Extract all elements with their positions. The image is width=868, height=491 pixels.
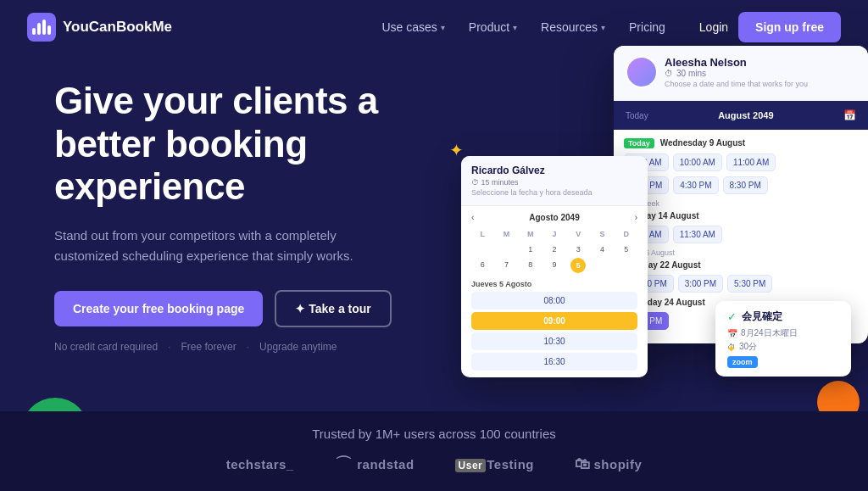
time-slot[interactable]: 11:30 AM bbox=[673, 226, 722, 243]
nav-resources[interactable]: Resources ▾ bbox=[531, 14, 615, 41]
wed-slots-row-1: 9:00 AM 10:00 AM 11:00 AM bbox=[624, 153, 858, 171]
cal-day bbox=[471, 243, 493, 256]
popup-notification: ✓ 会見確定 📅 8月24日木曜日 ⏱ 30分 zoom bbox=[715, 301, 851, 377]
nav-login[interactable]: Login bbox=[689, 14, 738, 41]
monday-label: Monday 14 August bbox=[624, 211, 858, 220]
deco-star-right: ✦ bbox=[726, 342, 737, 355]
time-slot[interactable]: 3:00 PM bbox=[678, 275, 723, 293]
choose-text: Choose a date and time that works for yo… bbox=[665, 80, 808, 88]
next-week-label: Next week bbox=[624, 199, 858, 208]
logo-bar-3 bbox=[42, 20, 46, 35]
cal-header: L bbox=[471, 227, 493, 241]
page-wrapper: ✦ ✦ YouCanBookMe Use cases ▾ Product ▾ bbox=[0, 0, 868, 491]
booking-card-header: Today August 2049 📅 bbox=[614, 101, 868, 130]
booking-card-main: Aleesha Nelson ⏱ 30 mins Choose a date a… bbox=[614, 46, 868, 343]
small-person-name: Ricardo Gálvez bbox=[471, 165, 637, 176]
popup-platform: zoom bbox=[727, 356, 839, 368]
time-slot[interactable]: 4:30 PM bbox=[673, 176, 718, 194]
small-time-slot-selected[interactable]: 09:00 bbox=[471, 312, 637, 330]
small-card-header: Ricardo Gálvez ⏱ 15 minutes Seleccione l… bbox=[461, 156, 648, 206]
cal-header: M bbox=[495, 227, 517, 241]
today-label: Today bbox=[626, 111, 648, 120]
tue-slots-row: 12:00 PM 3:00 PM 5:30 PM bbox=[624, 275, 858, 293]
usertesting-logo: UserTesting bbox=[455, 457, 534, 472]
small-time-slot[interactable]: 16:30 bbox=[471, 353, 637, 371]
logo-icon bbox=[27, 13, 56, 42]
logo-bar-1 bbox=[32, 28, 36, 35]
small-time-slot[interactable]: 08:00 bbox=[471, 292, 637, 310]
chevron-down-icon: ▾ bbox=[441, 23, 445, 32]
popup-detail: 📅 8月24日木曜日 bbox=[727, 327, 839, 339]
time-slot[interactable]: 10:00 AM bbox=[673, 153, 722, 171]
cal-header: J bbox=[543, 227, 565, 241]
techstars-logo: techstars_ bbox=[226, 457, 294, 471]
cta-primary-button[interactable]: Create your free booking page bbox=[54, 291, 263, 326]
next-month-button[interactable]: › bbox=[635, 213, 637, 222]
cal-day-selected[interactable]: 5 bbox=[570, 258, 586, 273]
time-slot[interactable]: 11:00 AM bbox=[726, 153, 776, 171]
small-month-nav: ‹ Agosto 2049 › bbox=[471, 213, 637, 222]
nav-product[interactable]: Product ▾ bbox=[459, 14, 527, 41]
selected-day-label: Jueves 5 Agosto bbox=[471, 280, 637, 288]
small-subtitle: Seleccione la fecha y hora deseada bbox=[471, 188, 637, 197]
hero-left: Give your clients a better booking exper… bbox=[54, 71, 444, 353]
cal-header: D bbox=[615, 227, 637, 241]
cal-day bbox=[495, 243, 517, 256]
booking-person-name: Aleesha Nelson bbox=[665, 56, 808, 69]
deco-star-left: ✦ bbox=[449, 140, 464, 160]
cal-day[interactable]: 1 bbox=[520, 243, 542, 256]
cal-day[interactable]: 5 bbox=[615, 243, 637, 256]
mon-slots-row: 9:00 AM 11:30 AM bbox=[624, 226, 858, 243]
zoom-badge: zoom bbox=[727, 356, 758, 368]
booking-month: August 2049 bbox=[718, 110, 773, 120]
popup-time: ⏱ 30分 bbox=[727, 341, 839, 353]
cta-tour-button[interactable]: ✦ Take a tour bbox=[275, 290, 392, 327]
brand-name: YouCanBookMe bbox=[63, 19, 172, 36]
booking-avatar bbox=[626, 56, 658, 88]
shopify-logo: 🛍 shopify bbox=[575, 455, 642, 473]
hero-footnote: No credit card required · Free forever ·… bbox=[54, 341, 444, 353]
cal-day[interactable]: 2 bbox=[543, 243, 565, 256]
logo[interactable]: YouCanBookMe bbox=[27, 13, 172, 42]
nav-use-cases[interactable]: Use cases ▾ bbox=[372, 14, 455, 41]
small-calendar-grid: L M M J V S D 1 2 3 4 bbox=[471, 227, 637, 273]
cal-day[interactable]: 9 bbox=[543, 258, 565, 273]
booking-duration: ⏱ 30 mins bbox=[665, 69, 808, 78]
mockup-container: Aleesha Nelson ⏱ 30 mins Choose a date a… bbox=[461, 46, 868, 419]
booking-card-small: Ricardo Gálvez ⏱ 15 minutes Seleccione l… bbox=[461, 156, 648, 377]
cal-day[interactable]: 8 bbox=[520, 258, 542, 273]
time-slot[interactable]: 5:30 PM bbox=[727, 275, 772, 293]
randstad-logo: ⌒ randstad bbox=[335, 453, 415, 476]
cal-header: V bbox=[567, 227, 589, 241]
small-month-label: Agosto 2049 bbox=[529, 213, 579, 222]
navbar: YouCanBookMe Use cases ▾ Product ▾ Resou… bbox=[0, 0, 868, 54]
time-slot[interactable]: 8:30 PM bbox=[723, 176, 768, 194]
trust-logos: techstars_ ⌒ randstad UserTesting 🛍 shop… bbox=[54, 453, 814, 476]
prev-month-button[interactable]: ‹ bbox=[471, 213, 474, 222]
cal-day[interactable]: 6 bbox=[471, 258, 493, 273]
hero-heading: Give your clients a better booking exper… bbox=[54, 80, 444, 209]
chevron-down-icon-3: ▾ bbox=[601, 23, 605, 32]
check-icon: ✓ bbox=[727, 310, 737, 323]
popup-row: ✓ 会見確定 bbox=[727, 310, 839, 324]
cal-header: M bbox=[520, 227, 542, 241]
cal-day[interactable]: 4 bbox=[591, 243, 613, 256]
range-label: 20 – 26 August bbox=[624, 248, 858, 257]
wednesday-label: Today Wednesday 9 August bbox=[624, 138, 858, 148]
wed-slots-row-2: 4:00 PM 4:30 PM 8:30 PM bbox=[624, 176, 858, 194]
small-card-body: ‹ Agosto 2049 › L M M J V S D bbox=[461, 206, 648, 377]
logo-bar-4 bbox=[47, 25, 51, 35]
cal-day[interactable]: 7 bbox=[495, 258, 517, 273]
trust-headline: Trusted by 1M+ users across 100 countrie… bbox=[54, 427, 814, 441]
logo-bars bbox=[32, 20, 51, 35]
small-time-slot[interactable]: 10:30 bbox=[471, 332, 637, 350]
small-times: 08:00 09:00 10:30 16:30 bbox=[471, 292, 637, 371]
hero-buttons: Create your free booking page ✦ Take a t… bbox=[54, 290, 444, 327]
nav-pricing[interactable]: Pricing bbox=[619, 14, 676, 41]
nav-signup-button[interactable]: Sign up free bbox=[738, 12, 841, 42]
hero-section: Give your clients a better booking exper… bbox=[0, 71, 868, 353]
cal-day[interactable]: 3 bbox=[567, 243, 589, 256]
chevron-down-icon-2: ▾ bbox=[513, 23, 517, 32]
nav-links: Use cases ▾ Product ▾ Resources ▾ Pricin… bbox=[372, 14, 676, 41]
hero-right: Aleesha Nelson ⏱ 30 mins Choose a date a… bbox=[461, 71, 814, 353]
